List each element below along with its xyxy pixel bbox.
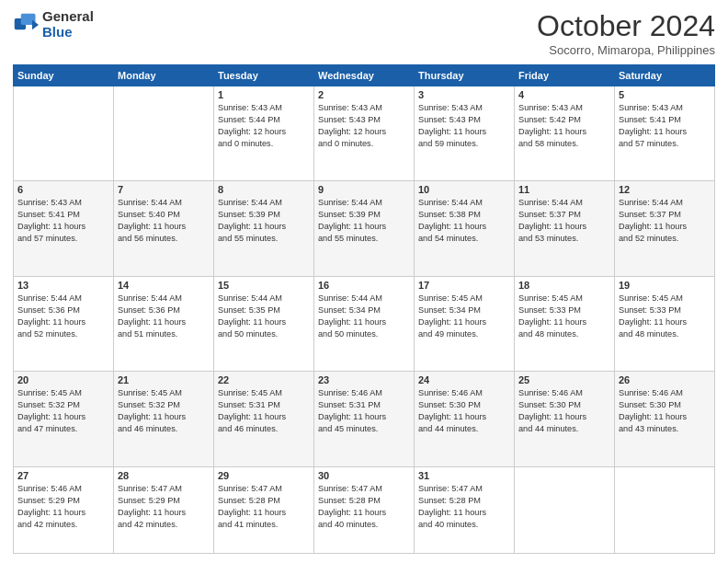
calendar-day-cell: 29Sunrise: 5:47 AM Sunset: 5:28 PM Dayli… [214,466,314,553]
calendar-day-cell: 4Sunrise: 5:43 AM Sunset: 5:42 PM Daylig… [515,86,615,181]
day-info: Sunrise: 5:44 AM Sunset: 5:36 PM Dayligh… [17,293,109,340]
day-info: Sunrise: 5:46 AM Sunset: 5:30 PM Dayligh… [518,387,610,435]
subtitle: Socorro, Mimaropa, Philippines [537,43,715,57]
day-number: 2 [318,89,410,100]
day-number: 20 [17,374,109,385]
day-number: 12 [619,184,711,195]
day-info: Sunrise: 5:45 AM Sunset: 5:33 PM Dayligh… [619,293,711,340]
day-number: 4 [518,89,610,100]
day-number: 18 [518,280,610,291]
day-info: Sunrise: 5:43 AM Sunset: 5:41 PM Dayligh… [619,102,711,150]
day-info: Sunrise: 5:43 AM Sunset: 5:43 PM Dayligh… [418,102,510,150]
calendar-day-cell: 8Sunrise: 5:44 AM Sunset: 5:39 PM Daylig… [214,181,314,276]
calendar-day-cell: 25Sunrise: 5:46 AM Sunset: 5:30 PM Dayli… [515,372,615,466]
calendar-header-row: SundayMondayTuesdayWednesdayThursdayFrid… [14,65,715,86]
day-number: 1 [218,89,310,100]
day-info: Sunrise: 5:45 AM Sunset: 5:32 PM Dayligh… [17,387,109,435]
calendar-day-cell [114,86,214,181]
calendar-day-cell [14,86,114,181]
day-info: Sunrise: 5:44 AM Sunset: 5:34 PM Dayligh… [318,293,410,340]
day-info: Sunrise: 5:44 AM Sunset: 5:37 PM Dayligh… [619,197,711,245]
logo-blue: Blue [42,25,94,40]
day-number: 25 [518,374,610,385]
day-number: 26 [619,374,711,385]
day-number: 3 [418,89,510,100]
day-number: 11 [518,184,610,195]
day-number: 15 [218,280,310,291]
calendar-day-cell: 1Sunrise: 5:43 AM Sunset: 5:44 PM Daylig… [214,86,314,181]
day-number: 7 [118,184,210,195]
calendar-day-cell: 14Sunrise: 5:44 AM Sunset: 5:36 PM Dayli… [114,276,214,371]
calendar-day-cell: 22Sunrise: 5:45 AM Sunset: 5:31 PM Dayli… [214,372,314,466]
calendar-week-row: 20Sunrise: 5:45 AM Sunset: 5:32 PM Dayli… [14,372,715,466]
calendar-day-cell: 26Sunrise: 5:46 AM Sunset: 5:30 PM Dayli… [615,372,715,466]
calendar-day-cell: 18Sunrise: 5:45 AM Sunset: 5:33 PM Dayli… [515,276,615,371]
calendar-day-cell: 7Sunrise: 5:44 AM Sunset: 5:40 PM Daylig… [114,181,214,276]
day-number: 10 [418,184,510,195]
day-info: Sunrise: 5:43 AM Sunset: 5:42 PM Dayligh… [518,102,610,150]
day-info: Sunrise: 5:44 AM Sunset: 5:38 PM Dayligh… [418,197,510,245]
header: General Blue October 2024 Socorro, Mimar… [13,9,715,57]
day-info: Sunrise: 5:44 AM Sunset: 5:39 PM Dayligh… [318,197,410,245]
calendar-week-row: 13Sunrise: 5:44 AM Sunset: 5:36 PM Dayli… [14,276,715,371]
day-number: 27 [17,470,109,481]
day-number: 24 [418,374,510,385]
day-header-saturday: Saturday [615,65,715,86]
calendar-day-cell: 5Sunrise: 5:43 AM Sunset: 5:41 PM Daylig… [615,86,715,181]
calendar-day-cell: 9Sunrise: 5:44 AM Sunset: 5:39 PM Daylig… [314,181,415,276]
day-info: Sunrise: 5:43 AM Sunset: 5:43 PM Dayligh… [318,102,410,150]
calendar-day-cell: 15Sunrise: 5:44 AM Sunset: 5:35 PM Dayli… [214,276,314,371]
calendar-day-cell: 3Sunrise: 5:43 AM Sunset: 5:43 PM Daylig… [415,86,515,181]
calendar-day-cell: 30Sunrise: 5:47 AM Sunset: 5:28 PM Dayli… [314,466,415,553]
calendar-week-row: 1Sunrise: 5:43 AM Sunset: 5:44 PM Daylig… [14,86,715,181]
day-info: Sunrise: 5:47 AM Sunset: 5:28 PM Dayligh… [318,483,410,531]
calendar-day-cell: 12Sunrise: 5:44 AM Sunset: 5:37 PM Dayli… [615,181,715,276]
day-number: 5 [619,89,711,100]
day-header-tuesday: Tuesday [214,65,314,86]
day-number: 13 [17,280,109,291]
day-header-friday: Friday [515,65,615,86]
calendar-day-cell: 13Sunrise: 5:44 AM Sunset: 5:36 PM Dayli… [14,276,114,371]
day-info: Sunrise: 5:47 AM Sunset: 5:28 PM Dayligh… [418,483,510,531]
day-header-wednesday: Wednesday [314,65,415,86]
day-number: 22 [218,374,310,385]
day-info: Sunrise: 5:47 AM Sunset: 5:29 PM Dayligh… [118,483,210,531]
calendar-day-cell: 10Sunrise: 5:44 AM Sunset: 5:38 PM Dayli… [415,181,515,276]
day-info: Sunrise: 5:44 AM Sunset: 5:37 PM Dayligh… [518,197,610,245]
day-info: Sunrise: 5:46 AM Sunset: 5:29 PM Dayligh… [17,483,109,531]
day-info: Sunrise: 5:46 AM Sunset: 5:31 PM Dayligh… [318,387,410,435]
day-info: Sunrise: 5:45 AM Sunset: 5:32 PM Dayligh… [118,387,210,435]
calendar-day-cell: 6Sunrise: 5:43 AM Sunset: 5:41 PM Daylig… [14,181,114,276]
logo: General Blue [13,9,94,40]
calendar-day-cell [615,466,715,553]
day-header-sunday: Sunday [14,65,114,86]
day-number: 31 [418,470,510,481]
day-info: Sunrise: 5:44 AM Sunset: 5:40 PM Dayligh… [118,197,210,245]
day-number: 17 [418,280,510,291]
title-area: October 2024 Socorro, Mimaropa, Philippi… [537,9,715,57]
day-info: Sunrise: 5:45 AM Sunset: 5:31 PM Dayligh… [218,387,310,435]
day-number: 9 [318,184,410,195]
day-number: 28 [118,470,210,481]
day-number: 21 [118,374,210,385]
day-info: Sunrise: 5:44 AM Sunset: 5:36 PM Dayligh… [118,293,210,340]
month-title: October 2024 [537,9,715,43]
calendar-day-cell: 27Sunrise: 5:46 AM Sunset: 5:29 PM Dayli… [14,466,114,553]
day-number: 19 [619,280,711,291]
day-info: Sunrise: 5:44 AM Sunset: 5:35 PM Dayligh… [218,293,310,340]
calendar-day-cell: 19Sunrise: 5:45 AM Sunset: 5:33 PM Dayli… [615,276,715,371]
day-number: 23 [318,374,410,385]
calendar-day-cell: 28Sunrise: 5:47 AM Sunset: 5:29 PM Dayli… [114,466,214,553]
day-info: Sunrise: 5:45 AM Sunset: 5:33 PM Dayligh… [518,293,610,340]
calendar-day-cell [515,466,615,553]
day-info: Sunrise: 5:45 AM Sunset: 5:34 PM Dayligh… [418,293,510,340]
day-header-monday: Monday [114,65,214,86]
calendar-day-cell: 16Sunrise: 5:44 AM Sunset: 5:34 PM Dayli… [314,276,415,371]
calendar-day-cell: 17Sunrise: 5:45 AM Sunset: 5:34 PM Dayli… [415,276,515,371]
day-number: 16 [318,280,410,291]
day-number: 14 [118,280,210,291]
day-info: Sunrise: 5:44 AM Sunset: 5:39 PM Dayligh… [218,197,310,245]
day-info: Sunrise: 5:46 AM Sunset: 5:30 PM Dayligh… [619,387,711,435]
calendar-week-row: 27Sunrise: 5:46 AM Sunset: 5:29 PM Dayli… [14,466,715,553]
day-info: Sunrise: 5:47 AM Sunset: 5:28 PM Dayligh… [218,483,310,531]
